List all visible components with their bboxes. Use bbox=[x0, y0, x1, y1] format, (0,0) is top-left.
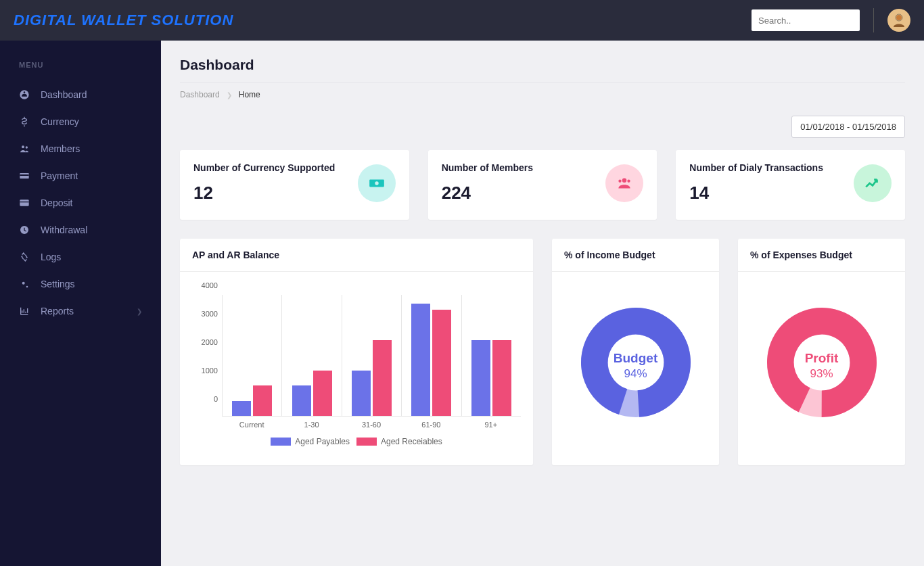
sidebar-item-withdrawal[interactable]: Withdrawal bbox=[0, 216, 161, 243]
bar-chart: 40003000200010000 bbox=[192, 281, 521, 417]
expense-donut: Profit 93% bbox=[750, 281, 893, 450]
stat-value: 12 bbox=[193, 183, 358, 204]
income-budget-card: % of Income Budget Budget 94% bbox=[552, 239, 719, 465]
x-label: Current bbox=[222, 421, 281, 429]
avatar[interactable] bbox=[887, 9, 910, 32]
topbar: DIGITAL WALLET SOLUTION bbox=[0, 0, 924, 41]
bar-chart-title: AP and AR Balance bbox=[180, 239, 533, 272]
topbar-right bbox=[752, 8, 910, 32]
legend-swatch bbox=[356, 438, 377, 446]
card-icon bbox=[19, 197, 30, 208]
sidebar-item-label: Reports bbox=[41, 306, 74, 316]
sidebar-item-label: Settings bbox=[41, 279, 75, 289]
sidebar-item-logs[interactable]: Logs bbox=[0, 243, 161, 270]
stat-label: Number of Members bbox=[442, 162, 606, 173]
bar bbox=[313, 371, 332, 417]
date-range-picker[interactable]: 01/01/2018 - 01/15/2018 bbox=[791, 116, 905, 138]
svg-point-13 bbox=[622, 178, 627, 183]
bar bbox=[253, 385, 272, 416]
svg-point-15 bbox=[628, 179, 630, 182]
stat-value: 14 bbox=[689, 183, 854, 204]
dashboard-icon bbox=[19, 89, 30, 100]
y-tick: 3000 bbox=[192, 310, 222, 318]
bar bbox=[492, 340, 511, 417]
income-donut-value: 94% bbox=[614, 367, 657, 381]
expense-donut-label: Profit bbox=[805, 351, 839, 366]
y-tick: 0 bbox=[192, 395, 222, 403]
page-title: Dashboard bbox=[180, 57, 905, 73]
expense-budget-card: % of Expenses Budget Profit 93% bbox=[738, 239, 905, 465]
trend-icon bbox=[854, 164, 892, 202]
legend-item[interactable]: Aged Receiables bbox=[356, 437, 442, 446]
chart-icon bbox=[19, 306, 30, 316]
x-label: 31-60 bbox=[342, 421, 401, 429]
income-donut: Budget 94% bbox=[564, 281, 707, 450]
income-chart-title: % of Income Budget bbox=[552, 239, 719, 272]
brand-logo: DIGITAL WALLET SOLUTION bbox=[14, 11, 233, 29]
bar bbox=[292, 385, 311, 416]
y-tick: 1000 bbox=[192, 367, 222, 375]
sidebar-item-dashboard[interactable]: Dashboard bbox=[0, 81, 161, 108]
stat-value: 224 bbox=[442, 183, 606, 204]
users-icon bbox=[19, 143, 30, 154]
sidebar-item-label: Logs bbox=[41, 252, 61, 262]
money-icon bbox=[358, 164, 396, 202]
svg-point-10 bbox=[26, 286, 28, 288]
x-label: 91+ bbox=[461, 421, 521, 429]
main-content: Dashboard Dashboard ❯ Home 01/01/2018 - … bbox=[161, 41, 924, 566]
dollar-icon bbox=[19, 116, 30, 127]
expense-donut-value: 93% bbox=[805, 367, 839, 381]
svg-rect-5 bbox=[20, 174, 28, 176]
bar-legend: Aged PayablesAged Receiables bbox=[192, 437, 521, 446]
gears-icon bbox=[19, 279, 30, 289]
breadcrumb-root[interactable]: Dashboard bbox=[180, 90, 220, 99]
sidebar-item-settings[interactable]: Settings bbox=[0, 270, 161, 298]
bar bbox=[471, 340, 490, 417]
bar-chart-card: AP and AR Balance 40003000200010000 Curr… bbox=[180, 239, 533, 465]
sidebar-item-label: Dashboard bbox=[41, 89, 87, 100]
withdraw-icon bbox=[19, 225, 30, 235]
bar-group bbox=[222, 295, 281, 417]
breadcrumb: Dashboard ❯ Home bbox=[180, 90, 905, 99]
expense-chart-title: % of Expenses Budget bbox=[738, 239, 905, 272]
users-icon bbox=[605, 164, 643, 202]
sidebar-item-payment[interactable]: Payment bbox=[0, 162, 161, 189]
svg-rect-7 bbox=[20, 202, 28, 202]
sidebar-item-label: Payment bbox=[41, 170, 78, 181]
y-tick: 4000 bbox=[192, 281, 222, 289]
svg-point-3 bbox=[26, 146, 28, 148]
stat-card-1: Number of Members224 bbox=[428, 150, 657, 220]
bar bbox=[232, 401, 251, 417]
sidebar-item-members[interactable]: Members bbox=[0, 135, 161, 162]
bar-group bbox=[281, 295, 341, 417]
sidebar-item-currency[interactable]: Currency bbox=[0, 108, 161, 135]
chevron-right-icon: ❯ bbox=[227, 91, 232, 99]
search-input[interactable] bbox=[752, 9, 860, 31]
x-label: 1-30 bbox=[281, 421, 341, 429]
bar-group bbox=[342, 295, 401, 417]
svg-point-14 bbox=[619, 179, 622, 182]
bar-x-labels: Current1-3031-6061-9091+ bbox=[192, 421, 521, 429]
menu-label: MENU bbox=[0, 57, 161, 81]
svg-point-12 bbox=[375, 181, 378, 185]
breadcrumb-current: Home bbox=[239, 90, 260, 99]
sidebar-item-label: Currency bbox=[41, 116, 79, 127]
sidebar-item-deposit[interactable]: Deposit bbox=[0, 189, 161, 216]
bar-group bbox=[401, 295, 461, 417]
chevron-right-icon: ❯ bbox=[137, 308, 142, 315]
stat-card-2: Number of Dialy Transactions14 bbox=[676, 150, 905, 220]
sidebar-item-label: Withdrawal bbox=[41, 225, 87, 235]
topbar-divider bbox=[873, 8, 874, 32]
legend-item[interactable]: Aged Payables bbox=[271, 437, 350, 446]
bar bbox=[352, 371, 371, 417]
avatar-icon bbox=[891, 12, 907, 28]
bar bbox=[432, 310, 451, 417]
stat-card-0: Number of Currency Supported12 bbox=[180, 150, 409, 220]
sidebar-item-reports[interactable]: Reports❯ bbox=[0, 298, 161, 325]
recycle-icon bbox=[19, 252, 30, 262]
svg-rect-6 bbox=[20, 199, 28, 206]
bar-y-axis: 40003000200010000 bbox=[192, 281, 222, 403]
legend-label: Aged Receiables bbox=[381, 437, 442, 446]
bar-group bbox=[461, 295, 521, 417]
sidebar: MENU DashboardCurrencyMembersPaymentDepo… bbox=[0, 41, 161, 566]
